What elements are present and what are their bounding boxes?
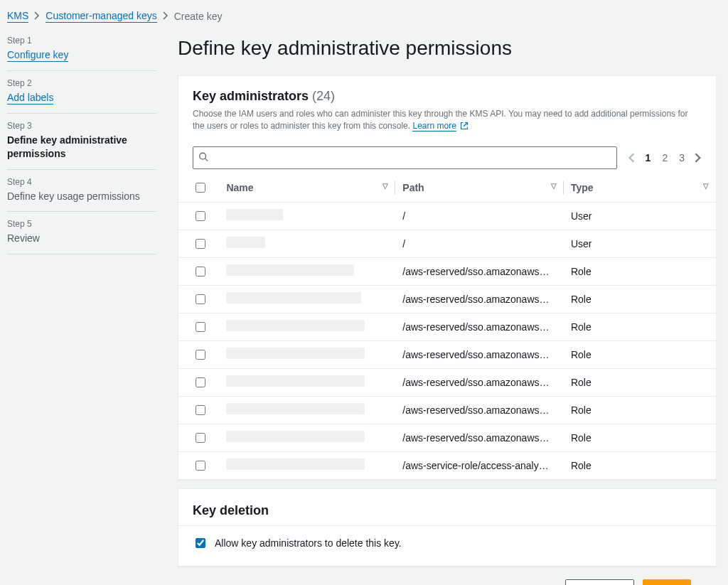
- row-checkbox[interactable]: [196, 239, 205, 249]
- row-path: /aws-reserved/sso.amazonaws…: [395, 285, 564, 313]
- external-link-icon: [460, 122, 469, 134]
- allow-delete-checkbox[interactable]: [196, 538, 205, 548]
- allow-delete-row[interactable]: Allow key administrators to delete this …: [178, 525, 716, 566]
- row-path: /aws-service-role/access-analy…: [395, 451, 564, 479]
- redacted-name: [226, 209, 283, 220]
- pagination: 1 2 3: [628, 151, 702, 165]
- row-checkbox[interactable]: [196, 350, 205, 360]
- step-title: Add labels: [7, 91, 156, 104]
- table-row: /User: [178, 230, 716, 257]
- row-type: Role: [564, 368, 716, 396]
- table-row: /aws-reserved/sso.amazonaws…Role: [178, 368, 716, 396]
- step-2: Step 2 Add labels: [7, 71, 156, 114]
- row-checkbox[interactable]: [196, 211, 205, 221]
- step-label: Step 3: [7, 121, 156, 131]
- annotation-arrow-icon: [691, 582, 721, 585]
- page-3[interactable]: 3: [678, 151, 686, 165]
- step-1: Step 1 Configure key: [7, 36, 156, 71]
- redacted-name: [226, 237, 265, 248]
- breadcrumb-cmk[interactable]: Customer-managed keys: [46, 10, 156, 23]
- search-input[interactable]: [193, 146, 617, 169]
- step-label: Step 2: [7, 78, 156, 88]
- row-checkbox[interactable]: [196, 405, 205, 415]
- main-content: Define key administrative permissions Ke…: [178, 34, 717, 585]
- row-checkbox[interactable]: [196, 294, 205, 304]
- row-type: User: [564, 202, 716, 230]
- page-2[interactable]: 2: [660, 151, 669, 165]
- row-path: /aws-reserved/sso.amazonaws…: [395, 368, 564, 396]
- table-row: /aws-service-role/access-analy…Role: [178, 451, 716, 479]
- page-prev[interactable]: [628, 153, 636, 163]
- row-path: /aws-reserved/sso.amazonaws…: [395, 424, 564, 451]
- redacted-name: [226, 348, 365, 359]
- page-title: Define key administrative permissions: [178, 37, 717, 60]
- page-1[interactable]: 1: [644, 151, 653, 165]
- panel-description: Choose the IAM users and roles who can a…: [193, 108, 702, 134]
- row-checkbox[interactable]: [196, 377, 205, 387]
- row-checkbox[interactable]: [196, 267, 205, 277]
- sort-icon: ▽: [551, 182, 557, 190]
- redacted-name: [226, 431, 365, 442]
- panel-title-text: Key administrators: [193, 89, 309, 103]
- step-label: Step 4: [7, 177, 156, 187]
- col-name[interactable]: Name▽: [219, 173, 395, 203]
- page-next[interactable]: [695, 153, 702, 163]
- table-row: /aws-reserved/sso.amazonaws…Role: [178, 424, 716, 451]
- select-all-checkbox[interactable]: [196, 183, 205, 193]
- col-type[interactable]: Type▽: [564, 173, 716, 203]
- previous-button[interactable]: Previous: [565, 579, 634, 585]
- row-checkbox[interactable]: [196, 433, 205, 443]
- row-checkbox[interactable]: [196, 322, 205, 332]
- row-path: /: [395, 202, 564, 230]
- svg-point-0: [200, 153, 206, 159]
- breadcrumb-kms[interactable]: KMS: [7, 10, 28, 23]
- table-row: /aws-reserved/sso.amazonaws…Role: [178, 285, 716, 313]
- panel-count: (24): [312, 89, 335, 103]
- step-link-labels[interactable]: Add labels: [7, 92, 53, 104]
- svg-line-1: [205, 159, 208, 161]
- key-administrators-panel: Key administrators (24) Choose the IAM u…: [178, 75, 717, 480]
- col-label: Type: [571, 182, 594, 193]
- next-button[interactable]: Next: [643, 579, 691, 585]
- row-path: /: [395, 230, 564, 257]
- row-type: Role: [564, 285, 716, 313]
- row-path: /aws-reserved/sso.amazonaws…: [395, 313, 564, 340]
- sort-icon: ▽: [382, 182, 388, 190]
- redacted-name: [226, 458, 365, 470]
- breadcrumb: KMS Customer-managed keys Create key: [7, 10, 717, 23]
- redacted-name: [226, 403, 365, 414]
- step-label: Step 1: [7, 36, 156, 45]
- step-title: Review: [7, 232, 156, 245]
- panel-title: Key deletion: [178, 489, 716, 525]
- table-row: /aws-reserved/sso.amazonaws…Role: [178, 257, 716, 285]
- step-title: Define key administrative permissions: [7, 134, 156, 161]
- row-checkbox[interactable]: [196, 461, 205, 471]
- col-label: Name: [226, 182, 253, 193]
- col-path[interactable]: Path▽: [395, 173, 564, 203]
- row-path: /aws-reserved/sso.amazonaws…: [395, 340, 564, 368]
- table-row: /aws-reserved/sso.amazonaws…Role: [178, 340, 716, 368]
- step-link-configure[interactable]: Configure key: [7, 49, 68, 62]
- row-type: User: [564, 230, 716, 257]
- panel-title: Key administrators (24): [193, 89, 702, 104]
- row-type: Role: [564, 424, 716, 451]
- chevron-right-icon: [34, 11, 40, 22]
- step-title: Define key usage permissions: [7, 190, 156, 203]
- redacted-name: [226, 264, 354, 276]
- row-type: Role: [564, 313, 716, 340]
- table-row: /aws-reserved/sso.amazonaws…Role: [178, 396, 716, 424]
- key-deletion-panel: Key deletion Allow key administrators to…: [178, 488, 717, 567]
- chevron-right-icon: [163, 11, 168, 22]
- search-input-wrapper: [193, 146, 617, 169]
- row-type: Role: [564, 451, 716, 479]
- step-4: Step 4 Define key usage permissions: [7, 170, 156, 213]
- learn-more-link[interactable]: Learn more: [412, 121, 456, 132]
- cancel-button[interactable]: Cancel: [498, 579, 557, 585]
- sort-icon: ▽: [703, 182, 709, 190]
- step-label: Step 5: [7, 219, 156, 229]
- redacted-name: [226, 320, 365, 331]
- wizard-footer: Cancel Previous Next: [178, 579, 717, 585]
- row-type: Role: [564, 257, 716, 285]
- search-icon: [198, 151, 208, 163]
- breadcrumb-current: Create key: [174, 11, 223, 22]
